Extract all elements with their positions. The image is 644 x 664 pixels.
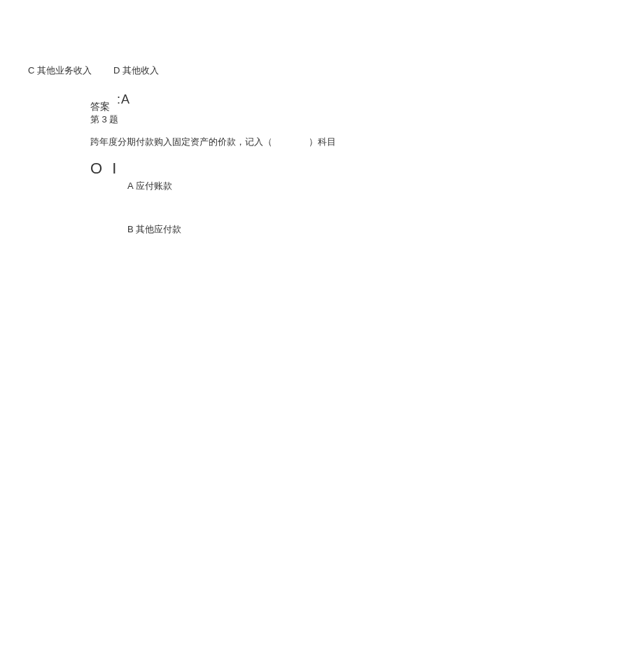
option-b: B 其他应付款: [127, 223, 181, 236]
question-stem: 跨年度分期付款购入固定资产的价款，记入（ ）科目: [90, 136, 336, 148]
prev-option-d: D 其他收入: [113, 64, 159, 77]
prev-option-c: C 其他业务收入: [28, 64, 92, 77]
question-number: 第 3 题: [90, 113, 118, 126]
answer-label: 答案: [90, 101, 110, 113]
answer-value: :A: [117, 92, 130, 107]
option-a: A 应付账款: [127, 180, 172, 192]
big-mark-oi: O I: [90, 160, 119, 178]
